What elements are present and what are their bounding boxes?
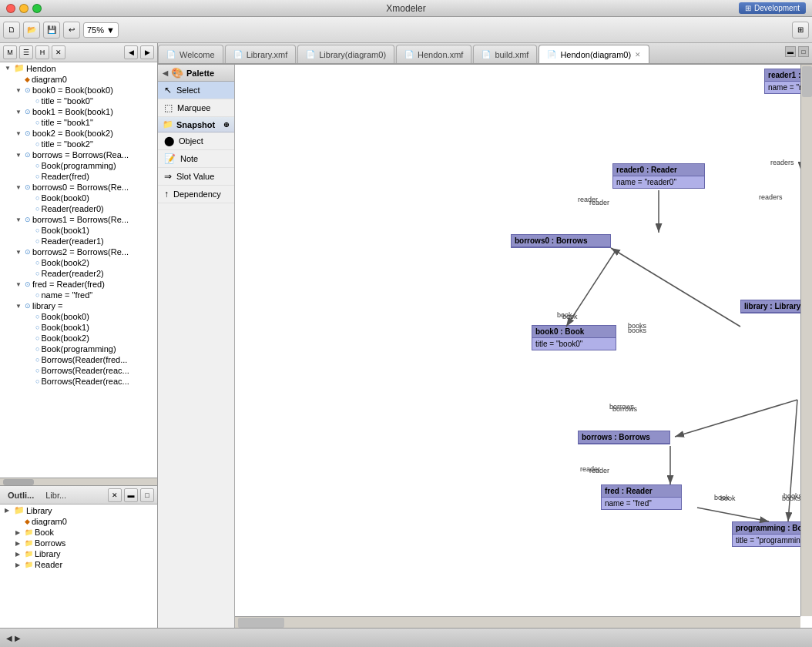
bottom-tree-label-0: Library — [26, 506, 52, 515]
tab-icon-build_xmf: 📄 — [481, 50, 491, 59]
maximize-button[interactable] — [32, 4, 42, 13]
tree-item-bottom-3[interactable]: ▶📁Borrows — [0, 538, 157, 548]
tab-library_diagram0[interactable]: 📄Library(diagram0) — [297, 45, 394, 63]
new-button[interactable]: 🗋 — [3, 22, 20, 39]
tab-ctrl-max[interactable]: □ — [798, 46, 809, 57]
tree-label-4: book1 = Book(book1) — [32, 107, 113, 116]
tab-outline[interactable]: Outli... — [3, 489, 39, 501]
tree-item-top-8[interactable]: ▼⊙borrows = Borrows(Rea... — [0, 149, 157, 160]
palette-item-object[interactable]: ⬤Object — [158, 132, 234, 150]
tree-label-11: borrows0 = Borrows(Re... — [32, 183, 129, 192]
tree-item-top-21[interactable]: ○name = "fred" — [0, 290, 157, 300]
tree-item-top-11[interactable]: ▼⊙borrows0 = Borrows(Re... — [0, 182, 157, 193]
tree-item-top-2[interactable]: ▼⊙book0 = Book(book0) — [0, 85, 157, 96]
canvas-vscroll[interactable] — [800, 65, 812, 616]
close-button[interactable] — [6, 4, 15, 13]
tree-item-top-27[interactable]: ○Borrows(Reader(fred... — [0, 354, 157, 365]
palette-item-slot_value[interactable]: ⇒Slot Value — [158, 168, 234, 186]
tab-build_xmf[interactable]: 📄build.xmf — [473, 45, 537, 63]
canvas-hscroll[interactable] — [235, 616, 800, 628]
left-tb-icon1[interactable]: ☰ — [19, 45, 33, 59]
uml-box-borrows0[interactable]: borrows0 : Borrows — [511, 234, 611, 248]
tree-item-top-26[interactable]: ○Book(programming) — [0, 344, 157, 354]
folder-icon: 📁 — [14, 63, 25, 73]
tree-arrow-11: ▼ — [15, 184, 23, 191]
tree-item-top-24[interactable]: ○Book(book1) — [0, 322, 157, 333]
tree-item-top-14[interactable]: ▼⊙borrows1 = Borrows(Re... — [0, 214, 157, 225]
tree-item-top-15[interactable]: ○Book(book1) — [0, 225, 157, 236]
save-button[interactable]: 💾 — [43, 22, 60, 39]
zoom-combo[interactable]: 75% ▼ — [83, 22, 119, 38]
canvas-svg: borrows readers reader book books books … — [235, 65, 812, 628]
tree-item-top-10[interactable]: ○Reader(fred) — [0, 171, 157, 182]
left-tb-h[interactable]: H — [35, 45, 49, 59]
tree-item-top-25[interactable]: ○Book(book2) — [0, 333, 157, 344]
tree-item-top-19[interactable]: ○Reader(reader2) — [0, 268, 157, 279]
tab-close-hendon_diagram0[interactable]: ✕ — [635, 51, 641, 59]
left-tb-expand[interactable]: ▶ — [140, 45, 154, 59]
bottom-tb-min[interactable]: ▬ — [124, 488, 138, 502]
palette-item-select[interactable]: ↖Select — [158, 82, 234, 99]
uml-box-reader0[interactable]: reader0 : Readername = "reader0" — [612, 163, 705, 189]
left-toolbar: M ☰ H ✕ ◀ ▶ — [0, 43, 157, 62]
tree-item-top-18[interactable]: ○Book(book2) — [0, 257, 157, 268]
palette-section-snapshot[interactable]: 📁Snapshot⊕ — [158, 117, 234, 132]
tree-item-top-13[interactable]: ○Reader(reader0) — [0, 203, 157, 214]
tree-arrow-22: ▼ — [15, 303, 23, 310]
left-tb-collapse[interactable]: ◀ — [124, 45, 138, 59]
tree-item-top-6[interactable]: ▼⊙book2 = Book(book2) — [0, 128, 157, 139]
tree-scrollbar[interactable] — [0, 478, 157, 485]
bottom-tb-max[interactable]: □ — [140, 488, 154, 502]
tree-item-top-20[interactable]: ▼⊙fred = Reader(fred) — [0, 279, 157, 290]
tab-welcome[interactable]: 📄Welcome — [158, 45, 223, 63]
dev-button[interactable]: ⊞ Development — [739, 2, 806, 14]
tree-item-top-22[interactable]: ▼⊙library = — [0, 300, 157, 311]
canvas-label-13: book — [720, 494, 736, 502]
uml-box-book0[interactable]: book0 : Booktitle = "book0" — [532, 325, 616, 350]
tree-item-top-17[interactable]: ▼⊙borrows2 = Borrows(Re... — [0, 246, 157, 257]
tab-library[interactable]: Libr... — [41, 489, 71, 501]
tree-item-bottom-2[interactable]: ▶📁Book — [0, 527, 157, 538]
tree-item-bottom-1[interactable]: ◆diagram0 — [0, 516, 157, 527]
uml-title-reader0: reader0 : Reader — [613, 164, 704, 176]
palette-nav-left[interactable]: ◀ — [163, 69, 168, 77]
tree-item-top-16[interactable]: ○Reader(reader1) — [0, 236, 157, 246]
palette-item-note[interactable]: 📝Note — [158, 150, 234, 168]
fullscreen-button[interactable]: ⊞ — [792, 22, 809, 39]
tab-icon-hendon_diagram0: 📄 — [547, 50, 556, 59]
tree-item-top-4[interactable]: ▼⊙book1 = Book(book1) — [0, 106, 157, 117]
tree-item-top-9[interactable]: ○Book(programming) — [0, 160, 157, 171]
tab-hendon_xmf[interactable]: 📄Hendon.xmf — [396, 45, 471, 63]
tab-ctrl-min[interactable]: ▬ — [785, 46, 796, 57]
bottom-tree-arrow-0: ▶ — [5, 507, 12, 514]
tree-item-bottom-4[interactable]: ▶📁Library — [0, 548, 157, 559]
tree-item-top-0[interactable]: ▼📁Hendon — [0, 62, 157, 74]
tree-item-top-1[interactable]: ◆diagram0 — [0, 74, 157, 85]
tree-item-top-28[interactable]: ○Borrows(Reader(reac... — [0, 365, 157, 376]
tab-library_xmf[interactable]: 📄Library.xmf — [225, 45, 297, 63]
tree-item-top-3[interactable]: ○title = "book0" — [0, 96, 157, 106]
uml-box-fred[interactable]: fred : Readername = "fred" — [601, 484, 682, 510]
tree-item-bottom-5[interactable]: ▶📁Reader — [0, 559, 157, 570]
open-button[interactable]: 📂 — [23, 22, 40, 39]
left-tb-m[interactable]: M — [3, 45, 17, 59]
tree-item-top-23[interactable]: ○Book(book0) — [0, 311, 157, 322]
palette-item-dependency[interactable]: ↑Dependency — [158, 186, 234, 203]
tree-item-top-12[interactable]: ○Book(book0) — [0, 193, 157, 203]
left-tb-close[interactable]: ✕ — [52, 45, 65, 59]
tree-label-12: Book(book0) — [41, 193, 89, 203]
undo-button[interactable]: ↩ — [63, 22, 80, 39]
diagram-canvas[interactable]: reader1 : Readername = "reader1"borrows1… — [235, 65, 812, 628]
tree-item-bottom-0[interactable]: ▶📁Library — [0, 505, 157, 516]
svg-line-24 — [697, 508, 769, 521]
tab-hendon_diagram0[interactable]: 📄Hendon(diagram0)✕ — [539, 45, 649, 63]
bottom-tb-close[interactable]: ✕ — [108, 488, 122, 502]
minimize-button[interactable] — [19, 4, 29, 13]
uml-box-borrows[interactable]: borrows : Borrows — [578, 431, 670, 444]
palette-item-marquee[interactable]: ⬚Marquee — [158, 99, 234, 117]
tree-item-top-29[interactable]: ○Borrows(Reader(reac... — [0, 376, 157, 387]
tree-item-top-5[interactable]: ○title = "book1" — [0, 117, 157, 128]
tree-label-27: Borrows(Reader(fred... — [41, 355, 127, 364]
tree-item-top-7[interactable]: ○title = "book2" — [0, 139, 157, 149]
svg-text:reader: reader — [578, 196, 598, 203]
